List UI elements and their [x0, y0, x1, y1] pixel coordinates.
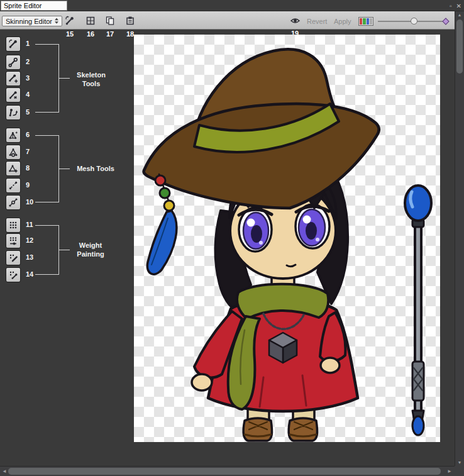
scroll-right-icon[interactable]: ►	[447, 468, 452, 474]
callout-16: 16	[86, 30, 96, 38]
tool-number-7: 7	[26, 148, 30, 155]
rgb-alpha-toggle-button[interactable]	[358, 17, 373, 26]
sprite-sheet-toggle-button[interactable]	[84, 14, 97, 27]
zoom-slider[interactable]	[378, 16, 448, 26]
paste-icon	[125, 16, 135, 26]
sprite-canvas[interactable]	[134, 35, 440, 442]
tool-number-3: 3	[26, 74, 30, 82]
callout-15: 15	[65, 30, 75, 38]
tool-number-11: 11	[26, 221, 33, 228]
tool-weight-brush[interactable]	[6, 250, 21, 265]
feather	[147, 211, 177, 274]
hat	[144, 49, 379, 208]
titlebar[interactable]: Sprite Editor ▫ ✕	[0, 0, 464, 11]
bone-create-icon	[8, 74, 18, 84]
character-sprite	[134, 35, 440, 442]
bracket-weight-painting	[35, 225, 59, 275]
mesh-edit-geometry-icon	[8, 147, 18, 157]
group-label-skeleton-tools: Skeleton Tools	[72, 70, 111, 88]
reset-pose-button[interactable]	[64, 14, 76, 27]
tool-create-edge[interactable]	[6, 178, 21, 193]
tool-number-12: 12	[26, 236, 33, 244]
tool-number-14: 14	[26, 270, 33, 278]
bracket-skeleton-tools	[35, 44, 59, 113]
tool-number-9: 9	[26, 181, 30, 189]
tool-edit-geometry[interactable]	[6, 145, 21, 160]
tool-auto-weights[interactable]	[6, 218, 21, 233]
sprite-editor-window: Sprite Editor ▫ ✕ Skinning Editor Revert…	[0, 0, 464, 476]
scrollbar-corner	[455, 466, 464, 476]
maximize-icon[interactable]: ▫	[450, 3, 452, 9]
tool-reparent-bone[interactable]	[6, 105, 21, 120]
tool-create-vertex[interactable]	[6, 161, 21, 176]
window-controls: ▫ ✕	[450, 0, 461, 11]
dropdown-arrows-icon	[53, 17, 60, 25]
horizontal-scrollbar[interactable]: ◄ ►	[0, 466, 455, 476]
red-swatch	[360, 18, 362, 25]
tool-number-1: 1	[26, 40, 30, 47]
tool-preview-pose[interactable]	[6, 36, 21, 52]
bracket-weight-stub	[59, 250, 70, 250]
vertical-scrollbar-thumb[interactable]	[456, 19, 463, 74]
mesh-auto-geometry-icon	[8, 130, 18, 140]
mesh-create-edge-icon	[8, 180, 18, 191]
callout-17: 17	[105, 30, 115, 38]
tool-bone-influence[interactable]	[6, 267, 21, 282]
bone-preview-pose-icon	[8, 39, 18, 49]
weight-brush-icon	[8, 253, 18, 263]
gray-swatch	[370, 18, 372, 25]
tool-number-10: 10	[26, 198, 33, 206]
editor-mode-dropdown[interactable]: Skinning Editor	[2, 16, 62, 26]
sprite-sheet-grid-icon	[86, 16, 96, 26]
apply-button[interactable]: Apply	[331, 16, 354, 26]
bracket-mesh-stub	[59, 169, 70, 169]
eye-icon	[290, 16, 301, 26]
tool-create-bone[interactable]	[6, 71, 21, 86]
tool-number-5: 5	[26, 108, 30, 116]
weight-grid-icon	[8, 220, 18, 230]
tool-split-bone[interactable]	[6, 87, 21, 102]
tool-number-4: 4	[26, 91, 30, 98]
tool-auto-geometry[interactable]	[6, 128, 21, 143]
tool-number-2: 2	[26, 58, 30, 65]
green-swatch	[363, 18, 365, 25]
bone-reparent-icon	[8, 108, 18, 118]
staff	[405, 185, 431, 435]
scroll-up-icon[interactable]: ▲	[455, 13, 464, 17]
bone-pose-icon	[65, 16, 75, 26]
paste-button[interactable]	[124, 14, 136, 27]
mesh-create-vertex-icon	[8, 163, 18, 174]
revert-button[interactable]: Revert	[304, 16, 329, 26]
tool-number-6: 6	[26, 131, 30, 138]
zoom-slider-thumb[interactable]	[411, 18, 417, 25]
filter-diamond-icon[interactable]	[442, 18, 449, 25]
copy-icon	[105, 16, 115, 26]
tool-split-edge[interactable]	[6, 195, 21, 210]
group-label-weight-painting: Weight Painting	[72, 241, 109, 258]
weight-slider-icon	[8, 236, 18, 246]
tool-number-13: 13	[26, 253, 33, 261]
close-icon[interactable]: ✕	[456, 3, 461, 9]
vertical-scrollbar[interactable]: ▲ ▼	[455, 11, 464, 466]
tool-weight-slider[interactable]	[6, 233, 21, 248]
mesh-split-edge-icon	[8, 197, 18, 208]
scroll-down-icon[interactable]: ▼	[455, 460, 464, 465]
bone-split-icon	[8, 90, 18, 100]
visibility-button[interactable]	[289, 14, 301, 27]
group-label-mesh-tools: Mesh Tools	[70, 164, 121, 173]
scroll-left-icon[interactable]: ◄	[2, 468, 7, 474]
window-title: Sprite Editor	[1, 1, 67, 11]
tool-number-8: 8	[26, 164, 30, 172]
blue-swatch	[367, 18, 369, 25]
weight-bone-influence-icon	[8, 270, 18, 280]
editor-mode-label: Skinning Editor	[6, 18, 52, 25]
copy-button[interactable]	[104, 14, 116, 27]
bone-edit-joints-icon	[8, 57, 18, 67]
bracket-mesh-tools	[35, 135, 59, 202]
tool-edit-joints[interactable]	[6, 55, 21, 70]
horizontal-scrollbar-thumb[interactable]	[8, 468, 441, 475]
bracket-skeleton-stub	[59, 78, 70, 79]
